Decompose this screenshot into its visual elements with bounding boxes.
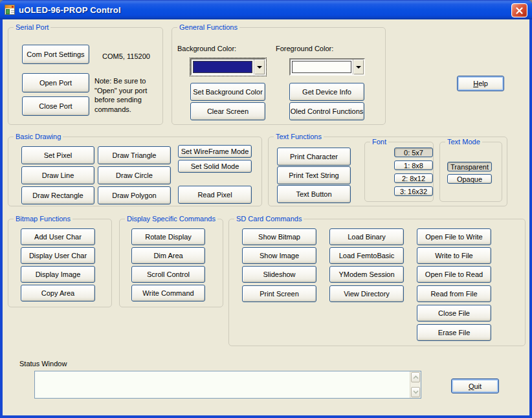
close-port-button[interactable]: Close Port xyxy=(22,96,89,116)
status-window-textbox[interactable] xyxy=(34,371,421,399)
port-note-text: Note: Be sure to "Open" your port before… xyxy=(94,76,161,114)
close-icon xyxy=(516,7,523,14)
app-window: uOLED-96-PROP Control Serial Port Com Po… xyxy=(0,0,532,418)
text-button-button[interactable]: Text Button xyxy=(277,185,351,203)
display-user-char-button[interactable]: Display User Char xyxy=(21,247,95,264)
basic-drawing-group-label: Basic Drawing xyxy=(14,133,63,141)
set-wireframe-mode-button[interactable]: Set WireFrame Mode xyxy=(178,145,252,158)
foreground-color-swatch xyxy=(292,61,351,73)
rotate-display-button[interactable]: Rotate Display xyxy=(131,228,205,245)
status-window-content xyxy=(37,373,408,397)
chevron-down-icon xyxy=(257,66,262,69)
slideshow-button[interactable]: Slideshow xyxy=(242,266,316,283)
background-color-field xyxy=(192,60,254,74)
ymodem-session-button[interactable]: YModem Session xyxy=(329,266,404,283)
quit-button-label: Quit xyxy=(469,382,482,390)
basic-drawing-group: Basic Drawing Set Pixel Draw Triangle Dr… xyxy=(8,137,262,206)
clear-screen-button[interactable]: Clear Screen xyxy=(190,102,265,120)
show-bitmap-button[interactable]: Show Bitmap xyxy=(242,228,316,245)
show-image-button[interactable]: Show Image xyxy=(242,247,316,264)
chevron-down-icon xyxy=(413,390,419,394)
draw-rectangle-button[interactable]: Draw Rectangle xyxy=(21,186,94,204)
font-group-label: Font xyxy=(370,138,388,146)
close-button[interactable] xyxy=(511,3,527,17)
text-functions-group-label: Text Functions xyxy=(274,133,324,141)
help-button-label: Help xyxy=(473,80,488,87)
set-solid-mode-button[interactable]: Set Solid Mode xyxy=(178,160,252,173)
general-functions-group-label: General Functions xyxy=(177,23,239,32)
print-screen-button[interactable]: Print Screen xyxy=(242,285,316,302)
app-icon-line xyxy=(11,12,14,13)
sd-card-group: SD Card Commands Show Bitmap Show Image … xyxy=(228,219,526,346)
scroll-down-button[interactable] xyxy=(411,387,420,397)
scroll-control-button[interactable]: Scroll Control xyxy=(131,266,205,283)
draw-polygon-button[interactable]: Draw Polygon xyxy=(98,186,171,204)
text-mode-group-label: Text Mode xyxy=(445,138,482,146)
open-file-to-write-button[interactable]: Open File to Write xyxy=(417,228,491,245)
display-specific-group: Display Specific Commands Rotate Display… xyxy=(119,219,223,307)
foreground-color-field xyxy=(291,60,353,74)
com-port-settings-button[interactable]: Com Port Settings xyxy=(22,45,89,64)
status-window-label: Status Window xyxy=(19,360,67,368)
oled-control-functions-button[interactable]: Oled Control Functions xyxy=(289,102,364,120)
display-specific-group-label: Display Specific Commands xyxy=(125,215,217,223)
get-device-info-button[interactable]: Get Device Info xyxy=(289,83,364,101)
read-from-file-button[interactable]: Read from File xyxy=(417,285,491,302)
dim-area-button[interactable]: Dim Area xyxy=(131,247,205,264)
background-color-dropdown[interactable] xyxy=(190,58,266,76)
chevron-up-icon xyxy=(413,375,419,379)
quit-button[interactable]: Quit xyxy=(451,379,499,393)
foreground-color-dropdown[interactable] xyxy=(289,58,365,76)
font-group: Font 0: 5x7 1: 8x8 2: 8x12 3: 16x32 xyxy=(364,142,434,202)
sd-card-group-label: SD Card Commands xyxy=(234,215,304,223)
close-file-button[interactable]: Close File xyxy=(417,305,491,322)
print-text-string-button[interactable]: Print Text String xyxy=(277,166,351,184)
foreground-color-label: Foreground Color: xyxy=(276,45,333,52)
font-2-8x12-button[interactable]: 2: 8x12 xyxy=(394,173,433,183)
help-button[interactable]: Help xyxy=(457,76,504,91)
text-mode-opaque-button[interactable]: Opaque xyxy=(447,174,492,184)
write-command-button[interactable]: Write Command xyxy=(131,285,205,302)
app-icon-line xyxy=(11,10,14,11)
display-image-button[interactable]: Display Image xyxy=(21,266,95,283)
font-1-8x8-button[interactable]: 1: 8x8 xyxy=(394,160,433,170)
draw-circle-button[interactable]: Draw Circle xyxy=(98,166,171,184)
open-file-to-read-button[interactable]: Open File to Read xyxy=(417,266,491,283)
window-title: uOLED-96-PROP Control xyxy=(19,5,121,15)
title-bar[interactable]: uOLED-96-PROP Control xyxy=(0,0,532,19)
background-color-label: Background Color: xyxy=(177,45,236,52)
set-background-color-button[interactable]: Set Background Color xyxy=(190,83,265,101)
app-icon-cell xyxy=(6,9,10,14)
font-0-5x7-button[interactable]: 0: 5x7 xyxy=(394,148,433,157)
app-icon-dot xyxy=(12,6,14,8)
background-color-dropdown-button[interactable] xyxy=(254,60,265,74)
font-3-16x32-button[interactable]: 3: 16x32 xyxy=(394,186,433,196)
copy-area-button[interactable]: Copy Area xyxy=(21,285,95,302)
background-color-swatch xyxy=(193,61,252,73)
read-pixel-button[interactable]: Read Pixel xyxy=(178,186,252,204)
foreground-color-dropdown-button[interactable] xyxy=(353,60,364,74)
text-mode-group: Text Mode Transparent Opaque xyxy=(439,142,502,202)
text-functions-group: Text Functions Print Character Print Tex… xyxy=(268,137,507,206)
text-mode-transparent-button[interactable]: Transparent xyxy=(447,162,492,171)
draw-line-button[interactable]: Draw Line xyxy=(21,166,94,184)
chevron-down-icon xyxy=(356,66,361,69)
app-icon[interactable] xyxy=(5,5,15,15)
bitmap-functions-group: Bitmap Functions Add User Char Display U… xyxy=(8,219,112,307)
draw-triangle-button[interactable]: Draw Triangle xyxy=(98,146,171,164)
serial-port-group-label: Serial Port xyxy=(14,23,50,32)
erase-file-button[interactable]: Erase File xyxy=(417,324,491,341)
print-character-button[interactable]: Print Character xyxy=(277,148,351,166)
load-femtobasic-button[interactable]: Load FemtoBasic xyxy=(329,247,404,264)
port-status-text: COM5, 115200 xyxy=(91,52,161,60)
write-to-file-button[interactable]: Write to File xyxy=(417,247,491,264)
load-binary-button[interactable]: Load Binary xyxy=(329,228,404,245)
status-window-scrollbar[interactable] xyxy=(410,371,421,398)
bitmap-functions-group-label: Bitmap Functions xyxy=(14,215,72,223)
set-pixel-button[interactable]: Set Pixel xyxy=(21,146,94,164)
scroll-up-button[interactable] xyxy=(411,372,420,382)
view-directory-button[interactable]: View Directory xyxy=(329,285,404,302)
general-functions-group: General Functions Background Color: Fore… xyxy=(172,27,386,125)
add-user-char-button[interactable]: Add User Char xyxy=(21,228,95,245)
open-port-button[interactable]: Open Port xyxy=(22,73,89,93)
